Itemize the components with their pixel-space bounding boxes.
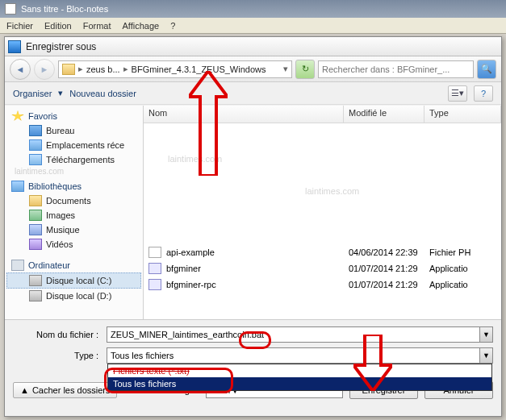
- breadcrumb-seg2[interactable]: BFGminer_4.3.1_ZEUS_Windows: [132, 64, 266, 74]
- organize-button[interactable]: Organiser: [13, 89, 52, 98]
- menu-edit[interactable]: Edition: [44, 21, 72, 31]
- hide-folders-button[interactable]: ▲ Cacher les dossiers: [13, 382, 117, 398]
- tree-documents[interactable]: Documents: [6, 193, 141, 208]
- recent-icon: [29, 139, 42, 151]
- type-dropdown: Fichiers texte (*.txt) Tous les fichiers: [107, 364, 492, 391]
- col-type[interactable]: Type: [424, 106, 501, 123]
- tree-favorites[interactable]: Favoris: [6, 109, 141, 123]
- chevron-down-icon[interactable]: ▼: [479, 327, 492, 342]
- chevron-right-icon: ▸: [123, 64, 128, 74]
- tree-desktop[interactable]: Bureau: [6, 123, 141, 138]
- chevron-down-icon[interactable]: ▼: [479, 348, 492, 363]
- menu-view[interactable]: Affichage: [123, 21, 160, 31]
- nav-bar: ◄ ► ▸ zeus b... ▸ BFGminer_4.3.1_ZEUS_Wi…: [5, 56, 501, 82]
- save-as-dialog: Enregistrer sous ◄ ► ▸ zeus b... ▸ BFGmi…: [4, 36, 502, 417]
- chevron-up-icon: ▲: [20, 385, 29, 395]
- watermark: laintimes.com: [6, 167, 141, 176]
- type-select[interactable]: Tous les fichiers ▼ Fichiers texte (*.tx…: [107, 347, 493, 364]
- main-area: Favoris Bureau Emplacements réce Télécha…: [5, 106, 501, 319]
- dialog-titlebar[interactable]: Enregistrer sous: [5, 37, 501, 56]
- disk-icon: [29, 290, 42, 301]
- tree-videos[interactable]: Vidéos: [6, 237, 141, 252]
- tree-disk-d[interactable]: Disque local (D:): [6, 289, 141, 303]
- app-icon: [148, 279, 161, 290]
- disk-icon: [29, 275, 42, 286]
- type-option-all[interactable]: Tous les fichiers: [108, 377, 491, 390]
- images-icon: [29, 210, 42, 221]
- search-button[interactable]: 🔍: [477, 60, 496, 79]
- file-rows: laintimes.com laintimes.com api-example …: [144, 123, 501, 319]
- col-date[interactable]: Modifié le: [344, 106, 424, 123]
- folder-icon: [62, 64, 75, 75]
- new-folder-button[interactable]: Nouveau dossier: [69, 89, 136, 98]
- star-icon: [11, 110, 24, 122]
- bottom-form: Nom du fichier : ZEUS_MINER_laintimes_ea…: [5, 319, 501, 416]
- forward-button[interactable]: ►: [34, 59, 55, 80]
- libraries-icon: [11, 181, 24, 192]
- file-icon: [148, 247, 161, 258]
- tree-recent[interactable]: Emplacements réce: [6, 138, 141, 152]
- search-input[interactable]: Rechercher dans : BFGminer_...: [318, 60, 474, 78]
- breadcrumb[interactable]: ▸ zeus b... ▸ BFGminer_4.3.1_ZEUS_Window…: [58, 60, 292, 78]
- toolbar: Organiser ▾ Nouveau dossier ☰▾ ?: [5, 82, 501, 105]
- column-headers: Nom Modifié le Type: [144, 106, 501, 123]
- chevron-down-icon[interactable]: ▾: [58, 88, 63, 98]
- app-icon: [148, 263, 161, 274]
- type-option-txt[interactable]: Fichiers texte (*.txt): [108, 364, 491, 377]
- filename-input[interactable]: ZEUS_MINER_laintimes_earthcoin.bat ▼: [107, 326, 493, 343]
- col-name[interactable]: Nom: [144, 106, 344, 123]
- notepad-title-text: Sans titre - Bloc-notes: [21, 4, 108, 14]
- menu-help[interactable]: ?: [170, 21, 175, 31]
- dialog-title-text: Enregistrer sous: [26, 41, 96, 52]
- help-button[interactable]: ?: [474, 85, 493, 102]
- documents-icon: [29, 195, 42, 206]
- chevron-right-icon: ▸: [78, 64, 83, 74]
- file-list: Nom Modifié le Type laintimes.com lainti…: [144, 106, 501, 319]
- view-mode-button[interactable]: ☰▾: [448, 85, 467, 102]
- chevron-down-icon[interactable]: ▾: [283, 64, 288, 74]
- tree-music[interactable]: Musique: [6, 222, 141, 237]
- tree-disk-c[interactable]: Disque local (C:): [6, 272, 141, 289]
- tree-libraries[interactable]: Bibliothèques: [6, 179, 141, 193]
- refresh-button[interactable]: ↻: [295, 60, 315, 79]
- notepad-icon: [5, 3, 16, 15]
- videos-icon: [29, 239, 42, 250]
- back-button[interactable]: ◄: [10, 59, 31, 80]
- file-row[interactable]: bfgminer-rpc 01/07/2014 21:29 Applicatio: [144, 277, 501, 293]
- downloads-icon: [29, 154, 42, 165]
- file-row[interactable]: bfgminer 01/07/2014 21:29 Applicatio: [144, 260, 501, 277]
- type-label: Type :: [13, 351, 102, 360]
- notepad-menubar: Fichier Edition Format Affichage ?: [0, 18, 506, 34]
- music-icon: [29, 224, 42, 235]
- search-placeholder: Rechercher dans : BFGminer_...: [322, 64, 450, 74]
- breadcrumb-seg1[interactable]: zeus b...: [86, 64, 120, 74]
- notepad-titlebar: Sans titre - Bloc-notes: [0, 0, 506, 18]
- tree-downloads[interactable]: Téléchargements: [6, 152, 141, 167]
- file-row[interactable]: api-example 04/06/2014 22:39 Fichier PH: [144, 244, 501, 260]
- menu-format[interactable]: Format: [83, 21, 111, 31]
- tree-images[interactable]: Images: [6, 208, 141, 222]
- filename-label: Nom du fichier :: [13, 330, 102, 339]
- menu-file[interactable]: Fichier: [6, 21, 33, 31]
- tree-computer[interactable]: Ordinateur: [6, 258, 141, 272]
- computer-icon: [11, 260, 24, 271]
- nav-tree: Favoris Bureau Emplacements réce Télécha…: [5, 106, 144, 319]
- desktop-icon: [29, 125, 42, 136]
- save-icon: [8, 40, 21, 53]
